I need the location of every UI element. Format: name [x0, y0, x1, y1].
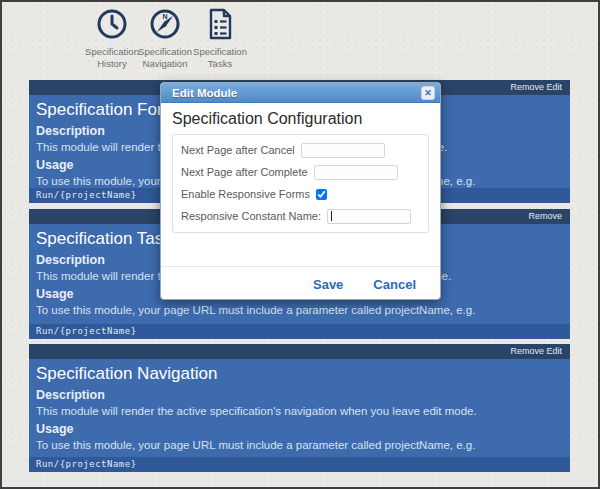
usage-text: To use this module, your page URL must i…: [36, 439, 562, 451]
toolbar-item-specification-tasks[interactable]: Specification Tasks: [185, 8, 255, 70]
description-heading: Description: [36, 388, 562, 402]
field-row: Next Page after Cancel: [181, 139, 420, 161]
cancel-button[interactable]: Cancel: [373, 277, 416, 292]
dialog-footer: Save Cancel: [161, 272, 440, 296]
field-row: Enable Responsive Forms: [181, 183, 420, 205]
footer-divider: [161, 266, 440, 267]
close-icon[interactable]: ✕: [421, 86, 435, 100]
toolbar-item-label: Specification Tasks: [185, 46, 255, 70]
dialog-titlebar[interactable]: Edit Module ✕: [161, 83, 440, 103]
field-row: Next Page after Complete: [181, 161, 420, 183]
module-panel-specification-navigation: Remove Edit Specification Navigation Des…: [29, 344, 570, 472]
panel-title: Specification Navigation: [36, 364, 562, 383]
remove-link[interactable]: Remove: [528, 211, 562, 221]
usage-text: To use this module, your page URL must i…: [36, 304, 562, 316]
text-cursor: [331, 211, 332, 221]
description-text: This module will render the active speci…: [36, 405, 562, 417]
enable-responsive-forms-label: Enable Responsive Forms: [181, 188, 310, 200]
compass-icon: N: [149, 8, 181, 40]
field-row: Responsive Constant Name:: [181, 205, 420, 227]
code-snippet: Run/{projectName}: [29, 324, 570, 339]
responsive-constant-name-label: Responsive Constant Name:: [181, 210, 321, 222]
clock-icon: [96, 8, 128, 40]
configuration-fields: Next Page after Cancel Next Page after C…: [172, 134, 429, 233]
code-snippet: Run/{projectName}: [29, 457, 570, 472]
panel-action-bar: Remove Edit: [29, 344, 570, 359]
remove-edit-link[interactable]: Remove Edit: [510, 346, 562, 356]
enable-responsive-forms-checkbox[interactable]: [316, 189, 327, 200]
dialog-heading: Specification Configuration: [172, 110, 440, 128]
responsive-constant-name-input[interactable]: [327, 209, 411, 224]
next-page-after-cancel-label: Next Page after Cancel: [181, 144, 295, 156]
edit-module-dialog: Edit Module ✕ Specification Configuratio…: [160, 82, 441, 300]
tasks-icon: [204, 8, 236, 40]
svg-text:N: N: [162, 13, 167, 20]
next-page-after-complete-label: Next Page after Complete: [181, 166, 308, 178]
save-button[interactable]: Save: [313, 277, 343, 292]
remove-edit-link[interactable]: Remove Edit: [510, 82, 562, 92]
app-window: Specification History N Specification Na…: [0, 0, 600, 489]
next-page-after-cancel-input[interactable]: [301, 143, 385, 158]
usage-heading: Usage: [36, 422, 562, 436]
dialog-title: Edit Module: [161, 83, 440, 103]
module-toolbar: Specification History N Specification Na…: [2, 2, 598, 72]
next-page-after-complete-input[interactable]: [314, 165, 398, 180]
panel-content: Specification Navigation Description Thi…: [29, 359, 570, 451]
